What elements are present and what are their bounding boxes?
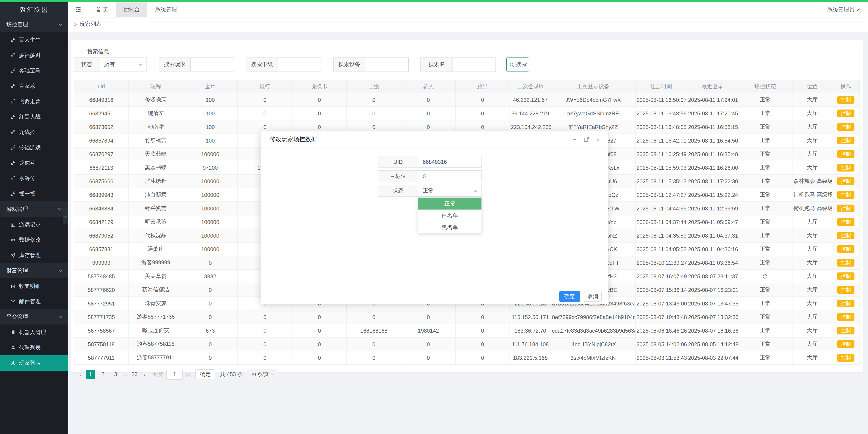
cell: 0 <box>292 351 346 365</box>
total-count: 共 453 条 <box>220 370 243 378</box>
confirm-button[interactable]: 确定 <box>559 291 580 302</box>
sidebar-section-19[interactable]: 平台管理 <box>0 309 68 324</box>
cell: 100000 <box>183 229 238 242</box>
status-filter-select[interactable]: 所有 <box>99 57 147 71</box>
control-button[interactable]: 控制 <box>837 354 855 361</box>
dropdown-option[interactable]: 白名单 <box>418 209 482 221</box>
sidebar-item-1[interactable]: 百人牛牛 <box>0 32 68 48</box>
dropdown-option[interactable]: 正常 <box>418 198 482 209</box>
next-page-button[interactable]: › <box>144 371 146 378</box>
control-button[interactable]: 控制 <box>837 150 855 158</box>
cell: 2025-08-03 22:07:44 <box>687 351 738 365</box>
control-button[interactable]: 控制 <box>837 286 855 294</box>
robot-icon <box>10 329 16 335</box>
sidebar-section-16[interactable]: 财富管理 <box>0 263 68 278</box>
sidebar-item-8[interactable]: 铃铛游戏 <box>0 140 68 155</box>
sidebar-collapse-handle[interactable]: « <box>63 208 68 225</box>
field-value[interactable]: 66849316 <box>418 156 482 168</box>
sidebar-item-21[interactable]: 代理列表 <box>0 340 68 355</box>
sidebar-item-6[interactable]: 红黑大战 <box>0 109 68 124</box>
page-size-select[interactable]: 20 条/页 <box>247 369 278 379</box>
sidebar-item-22[interactable]: 玩家列表 <box>0 355 68 371</box>
cell: 正常 <box>738 229 792 242</box>
modal-field-0: UID 66849316 <box>378 156 482 168</box>
goto-confirm-button[interactable]: 确定 <box>195 369 215 379</box>
cell: 修贤操茉 <box>129 93 183 107</box>
control-button[interactable]: 控制 <box>837 313 855 321</box>
sidebar-section-0[interactable]: 场控管理 <box>0 17 68 32</box>
maximize-icon[interactable] <box>583 137 589 142</box>
cell: 183.36.72.70 <box>510 324 551 337</box>
nav-tab-2[interactable]: 系统管理 <box>148 2 185 17</box>
page-number-2[interactable]: 2 <box>98 370 107 379</box>
sidebar-item-18[interactable]: 邮件管理 <box>0 294 68 309</box>
control-button[interactable]: 控制 <box>837 245 855 253</box>
search-input[interactable] <box>191 58 234 71</box>
link-icon <box>10 175 16 181</box>
control-button[interactable]: 控制 <box>837 218 855 226</box>
cell: 正常 <box>738 188 792 202</box>
dropdown-option[interactable]: 黑名单 <box>418 221 482 233</box>
cell: i4ncHBYNjpjC82tX <box>551 337 636 351</box>
field-value[interactable]: 0 <box>418 170 482 182</box>
page-number-3[interactable]: 3 <box>111 370 120 379</box>
prev-page-button[interactable]: ‹ <box>79 371 81 378</box>
cell: 1980142 <box>401 324 456 337</box>
control-button[interactable]: 控制 <box>837 327 855 335</box>
search-input[interactable] <box>453 58 495 71</box>
minimize-icon[interactable] <box>571 137 577 142</box>
search-button[interactable]: 搜索 <box>506 57 529 71</box>
sidebar-item-7[interactable]: 九线拉王 <box>0 124 68 140</box>
sidebar-item-15[interactable]: 库存管理 <box>0 248 68 263</box>
menu-collapse-icon[interactable] <box>68 2 88 17</box>
sidebar-item-5[interactable]: 飞禽走兽 <box>0 94 68 109</box>
sidebar-item-17[interactable]: 收支明细 <box>0 278 68 294</box>
cell: 大厅 <box>792 229 832 242</box>
cell: 2025-08-05 14:12:48 <box>687 337 738 351</box>
cell: 168168168 <box>346 324 401 337</box>
table-row: 587777911游客587777911000000183.221.5.1683… <box>74 351 860 365</box>
control-button[interactable]: 控制 <box>837 110 855 117</box>
control-button[interactable]: 控制 <box>837 177 855 185</box>
sidebar-item-10[interactable]: 水浒传 <box>0 171 68 186</box>
sidebar-item-11[interactable]: 摇一摇 <box>0 186 68 201</box>
sidebar-item-2[interactable]: 多福多财 <box>0 48 68 63</box>
control-button[interactable]: 控制 <box>837 123 855 131</box>
cell: 游客587777911 <box>129 351 183 365</box>
control-button[interactable]: 控制 <box>837 96 855 104</box>
user-menu[interactable]: 系统管理员 <box>827 2 868 17</box>
control-button[interactable]: 控制 <box>837 272 855 280</box>
sidebar-item-9[interactable]: 龙虎斗 <box>0 155 68 171</box>
search-input[interactable] <box>278 58 321 71</box>
field-value[interactable]: 正常 <box>418 185 482 197</box>
user-name: 系统管理员 <box>827 6 855 13</box>
cell: 673 <box>183 324 238 337</box>
sidebar-item-4[interactable]: 百家乐 <box>0 78 68 94</box>
goto-page-input[interactable] <box>166 369 183 380</box>
search-input[interactable] <box>365 58 408 71</box>
table-row: 587758118游客587758118000000111.76.184.108… <box>74 337 860 351</box>
page-unit-label: 页 <box>186 370 191 378</box>
cancel-button[interactable]: 取消 <box>584 291 602 302</box>
sidebar-section-12[interactable]: 游戏管理 <box>0 201 68 217</box>
sidebar-item-3[interactable]: 奔驰宝马 <box>0 63 68 78</box>
close-icon[interactable]: × <box>595 137 601 142</box>
control-button[interactable]: 控制 <box>837 164 855 172</box>
nav-tab-0[interactable]: 首 页 <box>88 2 116 17</box>
sidebar-item-14[interactable]: 数据修改 <box>0 232 68 248</box>
control-button[interactable]: 控制 <box>837 232 855 239</box>
breadcrumb: » 玩家列表 <box>68 17 868 32</box>
nav-tab-1[interactable]: 控制台 <box>116 2 148 17</box>
page-number-23[interactable]: 23 <box>130 370 139 379</box>
app-logo: 聚汇联盟 <box>0 2 68 17</box>
control-button[interactable]: 控制 <box>837 340 855 348</box>
control-button[interactable]: 控制 <box>837 299 855 307</box>
sidebar-item-20[interactable]: 机器人管理 <box>0 324 68 340</box>
control-button[interactable]: 控制 <box>837 205 855 212</box>
sidebar-item-13[interactable]: 游戏记录 <box>0 217 68 232</box>
page-number-1[interactable]: 1 <box>86 370 95 379</box>
control-button[interactable]: 控制 <box>837 191 855 199</box>
control-button[interactable]: 控制 <box>837 137 855 144</box>
control-button[interactable]: 控制 <box>837 259 855 266</box>
status-dropdown: 正常白名单黑名单 <box>418 197 482 233</box>
